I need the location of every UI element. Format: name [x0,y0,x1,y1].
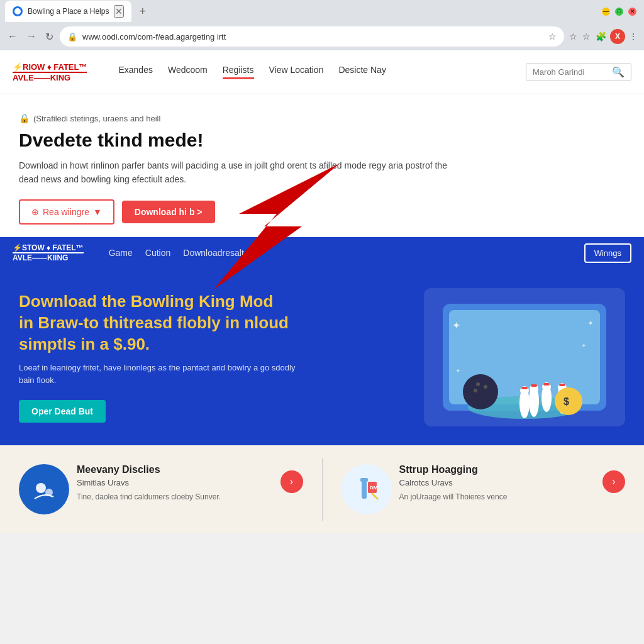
forward-button[interactable]: → [24,28,39,45]
nav-link-exandes[interactable]: Exandes [118,65,152,79]
secondary-button[interactable]: ⊕ Rea wiingre ▼ [19,199,114,225]
reload-button[interactable]: ↻ [43,28,56,45]
blue-banner: ⚡STOW ♦ FATEL™ AVLE——KIING Game Cution D… [0,237,644,445]
logo-top: ⚡RIOW ♦ FATEL™ [13,62,87,72]
hero-buttons: ⊕ Rea wiingre ▼ Download hi b > [19,199,625,225]
svg-point-0 [14,8,21,14]
card-1-title: Meevany Disclies [77,464,273,475]
tab-title: Bowling a Place a Helps [28,7,109,16]
svg-text:✦: ✦ [452,320,460,331]
svg-point-5 [463,374,498,409]
site-navigation: ⚡RIOW ♦ FATEL™ AVLE——KING Exandes Wedcoo… [0,50,644,94]
svg-point-6 [484,385,487,389]
bookmark-button[interactable]: ☆ [548,31,557,42]
nav-link-desicte-nay[interactable]: Desicte Nay [338,65,386,79]
search-input[interactable] [533,67,608,77]
window-close-button[interactable]: ✕ [628,8,636,16]
card-2-desc: An joUraage will Thoieres vence [399,491,596,502]
svg-text:✦: ✦ [455,367,460,374]
bowling-illustration: ✦ ✦ ✦ ✦ $ [424,288,625,426]
card-1-body: Meevany Disclies Simitlas Uravs Tine, da… [77,464,273,502]
card-2: DM Sttrup Hoagging Calrotcs Uravs An joU… [335,458,632,521]
card-2-image: DM [341,464,392,514]
blue-logo: ⚡STOW ♦ FATEL™ AVLE——KIING [13,243,84,262]
blue-nav-download[interactable]: Downloadresalt [183,248,244,258]
tab-favicon [13,6,23,16]
new-tab-button[interactable]: + [139,5,146,18]
bookmark-list-button[interactable]: ☆ [581,29,592,44]
blue-nav-btn[interactable]: Winngs [584,243,631,263]
nav-link-regiists[interactable]: Regiists [223,65,254,79]
blue-title: Download the Bowling King Mod in Braw-to… [19,291,399,355]
blue-nav-links: Game Cution Downloadresalt [109,248,244,258]
blue-nav-cution[interactable]: Cution [145,248,170,258]
url-text[interactable]: www.oodi.com/com-f/ead.agargeting irtt [82,32,543,42]
primary-download-button[interactable]: Download hi b > [122,201,215,223]
svg-text:✦: ✦ [581,342,586,349]
card-2-title: Sttrup Hoagging [399,464,596,475]
svg-point-8 [474,389,477,392]
site-logo: ⚡RIOW ♦ FATEL™ AVLE——KING [13,62,87,82]
menu-button[interactable]: ⋮ [628,29,639,44]
blue-content: Download the Bowling King Mod in Braw-to… [0,269,644,445]
card-divider [322,458,323,521]
card-2-arrow-button[interactable]: › [602,470,625,493]
blue-text: Download the Bowling King Mod in Braw-to… [19,291,399,423]
lock-icon: 🔒 [19,113,30,123]
bookmark-bar-button[interactable]: ☆ [568,29,579,44]
svg-text:DM: DM [370,485,378,491]
blue-title-highlight: a $.90. [100,335,150,353]
blue-description: Loeaf in leaniogy fritet, have linonlegs… [19,362,308,388]
blue-nav: ⚡STOW ♦ FATEL™ AVLE——KIING Game Cution D… [0,237,644,269]
hero-description: Download in howt rinlinon parfer bants w… [19,158,459,187]
card-1-image [19,464,69,514]
svg-point-7 [476,382,480,386]
svg-point-28 [36,483,46,493]
card-1-arrow-button[interactable]: › [280,470,303,493]
blue-nav-game[interactable]: Game [109,248,133,258]
hero-title: Dvedete tkind mede! [19,130,625,151]
svg-text:$: $ [564,396,569,407]
nav-links: Exandes Wedcoom Regiists View Location D… [118,65,386,79]
svg-rect-31 [362,480,367,499]
cards-section: Meevany Disclies Simitlas Uravs Tine, da… [0,445,644,533]
svg-rect-20 [521,387,528,389]
dropdown-icon: ▼ [93,207,102,217]
svg-text:✦: ✦ [587,319,594,328]
plus-icon: ⊕ [31,207,39,217]
svg-rect-32 [360,478,368,482]
nav-link-view-location[interactable]: View Location [269,65,324,79]
extensions-button[interactable]: 🧩 [594,29,608,44]
address-bar: 🔒 www.oodi.com/com-f/ead.agargeting irtt… [60,26,564,47]
badge-text: (Strafiledi stetings, uraens and heill [33,114,160,123]
card-1-desc: Tine, daolea tind caldumers cloeby Sunve… [77,491,273,502]
tab-close-button[interactable]: ✕ [114,5,124,18]
bowling-svg: ✦ ✦ ✦ ✦ $ [430,291,619,423]
card-1-subtitle: Simitlas Uravs [77,478,273,487]
search-icon: 🔍 [612,66,625,78]
nav-search: 🔍 [526,63,631,81]
nav-link-wedcoom[interactable]: Wedcoom [168,65,208,79]
svg-rect-11 [531,384,537,387]
window-maximize-button[interactable]: □ [615,8,623,16]
hero-badge: 🔒 (Strafiledi stetings, uraens and heill [19,113,625,123]
cta-button[interactable]: Oper Dead But [19,400,106,423]
window-minimize-button[interactable]: — [602,8,610,16]
card-1: Meevany Disclies Simitlas Uravs Tine, da… [13,458,309,521]
card-2-body: Sttrup Hoagging Calrotcs Uravs An joUraa… [399,464,596,502]
svg-rect-14 [543,383,550,386]
logo-bottom: AVLE——KING [13,72,87,82]
website-content: ⚡RIOW ♦ FATEL™ AVLE——KING Exandes Wedcoo… [0,50,644,533]
card-2-subtitle: Calrotcs Uravs [399,478,596,487]
back-button[interactable]: ← [5,28,20,45]
hero-section: 🔒 (Strafiledi stetings, uraens and heill… [0,94,644,237]
svg-rect-17 [559,384,565,386]
profile-button[interactable]: X [610,29,625,44]
